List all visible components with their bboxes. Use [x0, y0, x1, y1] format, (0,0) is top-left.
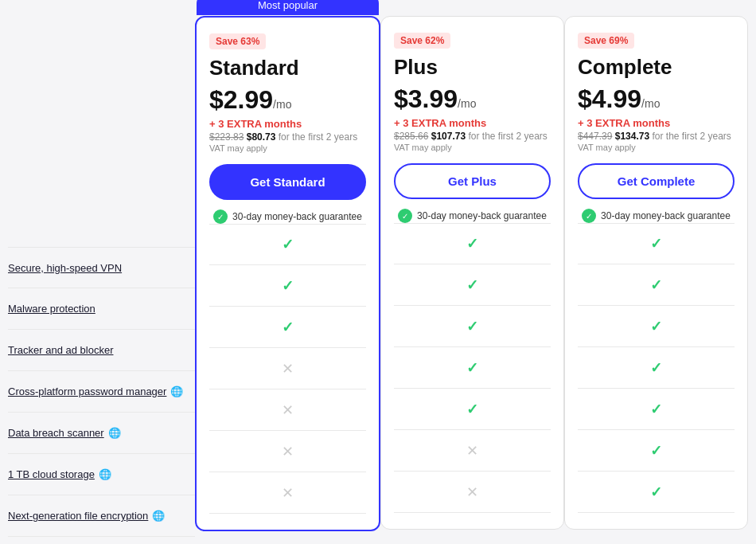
check-icon: ✓ — [282, 236, 294, 253]
feature-row: 1 TB cloud storage 🌐 — [8, 454, 195, 495]
shield-icon: ✓ — [398, 209, 412, 223]
feature-label[interactable]: 1 TB cloud storage — [8, 468, 95, 480]
plan-card-complete: Save 69% Complete $4.99/mo + 3 EXTRA mon… — [564, 16, 748, 530]
check-cell: ✓ — [394, 264, 551, 306]
check-rows: ✓✓✓✕✕✕✕ — [209, 224, 366, 514]
plan-card-plus: Save 62% Plus $3.99/mo + 3 EXTRA months … — [380, 16, 564, 530]
check-rows: ✓✓✓✓✓✓✓ — [578, 223, 735, 513]
feature-info-icon: 🌐 — [108, 427, 121, 439]
cross-icon: ✕ — [282, 360, 294, 378]
discounted-price: $80.73 — [247, 131, 276, 143]
plan-name: Standard — [209, 56, 366, 80]
shield-icon: ✓ — [582, 209, 596, 223]
money-back-text: 30-day money-back guarantee — [232, 211, 362, 222]
feature-label[interactable]: Data breach scanner — [8, 427, 104, 439]
feature-label[interactable]: Secure, high-speed VPN — [8, 262, 122, 274]
extra-months: + 3 EXTRA months — [394, 117, 551, 129]
feature-row: Cross-platform password manager 🌐 — [8, 371, 195, 413]
check-cell: ✓ — [394, 223, 551, 264]
money-back-guarantee: ✓ 30-day money-back guarantee — [578, 209, 735, 223]
check-cell: ✓ — [578, 347, 735, 389]
feature-info-icon: 🌐 — [152, 510, 165, 522]
check-cell: ✓ — [209, 265, 366, 307]
extra-months: + 3 EXTRA months — [578, 117, 735, 129]
vat-note: VAT may apply — [209, 143, 366, 153]
check-cell: ✓ — [209, 224, 366, 265]
check-cell: ✓ — [394, 389, 551, 430]
check-icon: ✓ — [466, 318, 478, 335]
check-cell: ✕ — [209, 472, 366, 514]
original-price: $285.66 $107.73 for the first 2 years — [394, 131, 551, 142]
check-icon: ✓ — [466, 359, 478, 377]
cross-icon: ✕ — [282, 401, 294, 419]
feature-info-icon: 🌐 — [170, 385, 183, 397]
feature-row: Data breach scanner 🌐 — [8, 413, 195, 454]
per-mo: /mo — [641, 97, 660, 110]
check-icon: ✓ — [650, 483, 662, 501]
check-icon: ✓ — [650, 442, 662, 460]
save-badge: Save 62% — [394, 33, 450, 49]
cross-icon: ✕ — [282, 484, 294, 502]
check-cell: ✓ — [209, 307, 366, 348]
feature-row: Malware protection — [8, 288, 195, 330]
check-cell: ✓ — [578, 306, 735, 347]
money-back-text: 30-day money-back guarantee — [601, 210, 731, 221]
plan-name: Plus — [394, 55, 551, 80]
check-cell: ✕ — [209, 431, 366, 472]
check-cell: ✕ — [394, 472, 551, 513]
feature-list: Secure, high-speed VPNMalware protection… — [8, 247, 195, 537]
cross-icon: ✕ — [282, 443, 294, 460]
plan-name: Complete — [578, 55, 735, 80]
get-plan-button-plus[interactable]: Get Plus — [394, 163, 551, 199]
money-back-guarantee: ✓ 30-day money-back guarantee — [394, 209, 551, 223]
vat-note: VAT may apply — [394, 143, 551, 152]
feature-label[interactable]: Malware protection — [8, 303, 95, 315]
save-badge: Save 69% — [578, 33, 634, 49]
check-rows: ✓✓✓✓✓✕✕ — [394, 223, 551, 513]
per-mo: /mo — [458, 97, 476, 110]
per-mo: /mo — [273, 98, 291, 111]
check-icon: ✓ — [650, 235, 662, 252]
feature-row: Secure, high-speed VPN — [8, 247, 195, 288]
pricing-container: Secure, high-speed VPNMalware protection… — [8, 16, 748, 537]
check-cell: ✓ — [394, 347, 551, 389]
original-price: $223.83 $80.73 for the first 2 years — [209, 131, 366, 143]
check-cell: ✓ — [578, 430, 735, 472]
plan-price: $3.99/mo — [394, 84, 551, 114]
strikethrough-price: $447.39 — [578, 131, 612, 142]
vat-note: VAT may apply — [578, 143, 735, 152]
get-plan-button-standard[interactable]: Get Standard — [209, 164, 366, 200]
feature-label[interactable]: Cross-platform password manager — [8, 385, 166, 397]
discounted-price: $134.73 — [615, 131, 649, 142]
check-icon: ✓ — [650, 318, 662, 335]
strikethrough-price: $223.83 — [209, 131, 244, 143]
feature-column: Secure, high-speed VPNMalware protection… — [8, 16, 195, 537]
feature-label[interactable]: Tracker and ad blocker — [8, 344, 113, 356]
most-popular-badge: Most popular — [197, 0, 379, 15]
cross-icon: ✕ — [466, 483, 478, 501]
extra-months: + 3 EXTRA months — [209, 118, 366, 130]
check-icon: ✓ — [282, 277, 294, 295]
strikethrough-price: $285.66 — [394, 131, 428, 142]
money-back-guarantee: ✓ 30-day money-back guarantee — [209, 209, 366, 224]
feature-row: Tracker and ad blocker — [8, 330, 195, 371]
check-cell: ✓ — [394, 306, 551, 347]
plan-price: $4.99/mo — [578, 84, 735, 114]
save-badge: Save 63% — [209, 33, 266, 49]
check-icon: ✓ — [650, 401, 662, 418]
check-icon: ✓ — [466, 401, 478, 418]
discounted-price: $107.73 — [431, 131, 466, 142]
check-cell: ✓ — [578, 264, 735, 306]
get-plan-button-complete[interactable]: Get Complete — [578, 163, 735, 199]
plan-price: $2.99/mo — [209, 85, 366, 115]
cross-icon: ✕ — [466, 442, 478, 460]
original-price: $447.39 $134.73 for the first 2 years — [578, 131, 735, 142]
feature-label[interactable]: Next-generation file encryption — [8, 510, 148, 522]
check-icon: ✓ — [466, 276, 478, 294]
check-cell: ✓ — [578, 389, 735, 430]
plans-wrapper: Most popular Save 63% Standard $2.99/mo … — [195, 16, 748, 531]
check-cell: ✓ — [578, 223, 735, 264]
check-icon: ✓ — [650, 276, 662, 294]
check-cell: ✕ — [209, 348, 366, 389]
plan-card-standard: Most popular Save 63% Standard $2.99/mo … — [195, 16, 380, 531]
